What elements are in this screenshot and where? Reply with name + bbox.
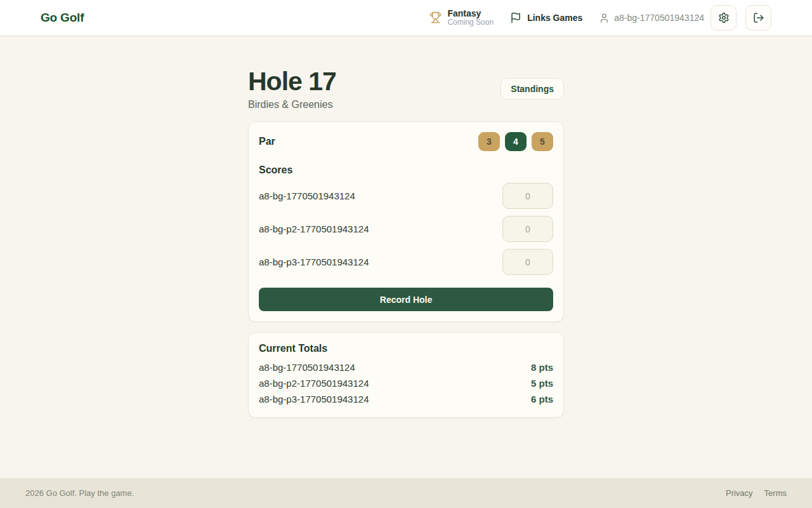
player-name: a8-bg-1770501943124 <box>259 190 355 201</box>
page-title: Hole 17 <box>248 67 336 97</box>
total-points: 6 pts <box>531 394 553 404</box>
total-row: a8-bg-1770501943124 8 pts <box>259 359 553 375</box>
score-input-player-3[interactable] <box>502 249 553 275</box>
total-player-name: a8-bg-p3-1770501943124 <box>259 394 369 404</box>
logout-button[interactable] <box>745 5 771 30</box>
player-score-row: a8-bg-1770501943124 <box>259 183 553 209</box>
score-entry-card: Par 3 4 5 Scores a8-bg-1770501943124 a8-… <box>248 121 564 322</box>
total-row: a8-bg-p3-1770501943124 6 pts <box>259 391 553 407</box>
gear-icon <box>718 12 730 23</box>
par-row: Par 3 4 5 <box>259 132 553 151</box>
footer-links: Privacy Terms <box>726 488 787 498</box>
nav-item-links-games[interactable]: Links Games <box>510 12 582 23</box>
total-player-name: a8-bg-p2-1770501943124 <box>259 378 369 389</box>
standings-button[interactable]: Standings <box>501 78 564 100</box>
total-player-name: a8-bg-1770501943124 <box>259 362 355 373</box>
fantasy-label: Fantasy <box>447 8 494 18</box>
copyright-text: 2026 Go Golf. Play the game. <box>25 488 134 498</box>
top-bar: Go Golf Fantasy Coming Soon <box>0 0 812 36</box>
flag-icon <box>510 12 521 23</box>
page-footer: 2026 Go Golf. Play the game. Privacy Ter… <box>0 478 812 508</box>
par-option-4[interactable]: 4 <box>505 132 527 151</box>
privacy-link[interactable]: Privacy <box>726 488 753 498</box>
title-row: Hole 17 Birdies & Greenies Standings <box>248 67 564 110</box>
total-points: 5 pts <box>531 378 553 389</box>
user-icon <box>599 13 610 23</box>
player-score-row: a8-bg-p2-1770501943124 <box>259 216 553 242</box>
par-option-5[interactable]: 5 <box>532 132 553 151</box>
par-label: Par <box>259 136 275 147</box>
par-options: 3 4 5 <box>478 132 553 151</box>
totals-title: Current Totals <box>259 343 553 354</box>
record-hole-button[interactable]: Record Hole <box>259 288 553 311</box>
main-area: Hole 17 Birdies & Greenies Standings Par… <box>0 36 812 478</box>
terms-link[interactable]: Terms <box>764 488 787 498</box>
user-chip: a8-bg-1770501943124 <box>599 13 704 23</box>
user-id-label: a8-bg-1770501943124 <box>614 13 704 23</box>
header-actions <box>718 5 771 30</box>
score-input-player-2[interactable] <box>502 216 553 242</box>
player-name: a8-bg-p2-1770501943124 <box>259 224 369 234</box>
page-subtitle: Birdies & Greenies <box>248 99 336 110</box>
trophy-icon <box>429 11 442 23</box>
nav-item-fantasy[interactable]: Fantasy Coming Soon <box>429 8 494 27</box>
player-name: a8-bg-p3-1770501943124 <box>259 257 369 267</box>
fantasy-sublabel: Coming Soon <box>447 18 494 27</box>
links-games-label: Links Games <box>527 13 582 23</box>
par-option-3[interactable]: 3 <box>478 132 500 151</box>
logout-icon <box>753 12 764 23</box>
settings-button[interactable] <box>710 5 737 30</box>
scores-label: Scores <box>259 164 553 176</box>
total-row: a8-bg-p2-1770501943124 5 pts <box>259 375 553 391</box>
current-totals-card: Current Totals a8-bg-1770501943124 8 pts… <box>248 332 564 418</box>
total-points: 8 pts <box>531 362 553 373</box>
player-score-row: a8-bg-p3-1770501943124 <box>259 249 553 275</box>
brand-logo[interactable]: Go Golf <box>41 11 84 25</box>
top-navigation: Fantasy Coming Soon Links Games a8-bg-17… <box>429 5 771 30</box>
score-input-player-1[interactable] <box>502 183 553 209</box>
